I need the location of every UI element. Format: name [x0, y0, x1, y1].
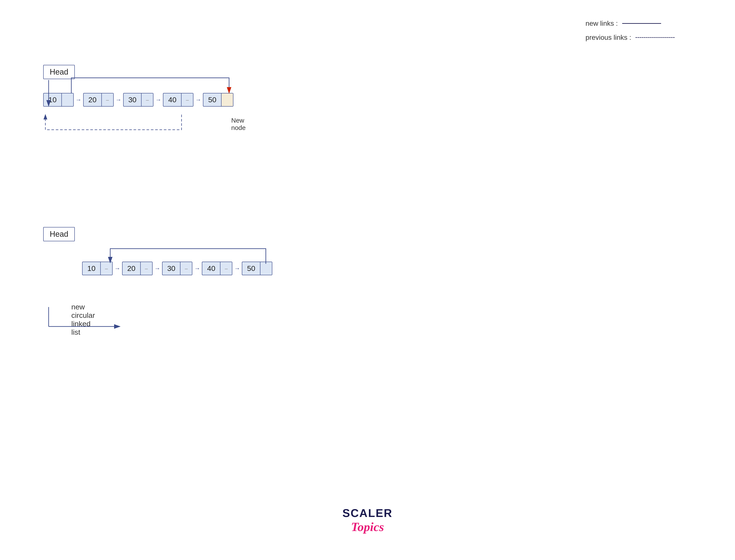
node-50-new: 50	[203, 93, 234, 107]
node-50-ptr	[221, 93, 233, 106]
node-20-ptr: –	[101, 93, 113, 106]
arrows-overlay	[0, 0, 735, 560]
node-30-value: 30	[124, 93, 141, 106]
d2-node-40-ptr: –	[220, 262, 232, 275]
d2-node-40: 40 –	[202, 262, 232, 275]
solid-line-icon	[622, 23, 661, 24]
d2-node-10: 10 –	[82, 262, 113, 275]
d2-node-20-value: 20	[123, 262, 140, 275]
legend: new links : previous links :	[585, 19, 674, 48]
d2-node-30-value: 30	[163, 262, 180, 275]
d2-node-30: 30 –	[162, 262, 193, 275]
d2-node-20: 20 –	[122, 262, 153, 275]
d2-node-10-ptr: –	[100, 262, 112, 275]
d2-node-50-ptr	[260, 262, 272, 275]
previous-links-label: previous links :	[585, 34, 631, 42]
new-links-legend: new links :	[585, 19, 674, 27]
circular-label: new circular linked list	[71, 303, 95, 336]
node-30-ptr: –	[141, 93, 153, 106]
d2-node-10-value: 10	[83, 262, 100, 275]
previous-links-legend: previous links :	[585, 34, 674, 42]
d2-arrow-2: →	[154, 265, 160, 272]
diagram2-head-box: Head	[43, 227, 75, 241]
d2-arrow-3: →	[194, 265, 200, 272]
node-50-value: 50	[203, 93, 221, 106]
node-20: 20 –	[83, 93, 114, 107]
d2-node-30-ptr: –	[180, 262, 192, 275]
node-40: 40 –	[163, 93, 194, 107]
diagram1-head-label: Head	[43, 65, 75, 79]
node-40-value: 40	[163, 93, 181, 106]
node-20-value: 20	[84, 93, 101, 106]
node-10-value: 10	[44, 93, 61, 106]
diagram1-nodes-row: 10 → 20 – → 30 – → 40 – → 50	[43, 93, 234, 107]
d2-arrow-4: →	[234, 265, 240, 272]
arrow-2: →	[115, 96, 122, 103]
diagram2-nodes-row: 10 – → 20 – → 30 – → 40 – → 50	[82, 262, 272, 275]
d2-node-40-value: 40	[202, 262, 220, 275]
node-10: 10	[43, 93, 74, 107]
d2-node-20-ptr: –	[140, 262, 152, 275]
arrow-3: →	[155, 96, 161, 103]
d2-node-50-value: 50	[242, 262, 260, 275]
node-30: 30 –	[123, 93, 154, 107]
node-10-ptr	[61, 93, 73, 106]
logo-scaler-text: SCALER	[343, 507, 393, 520]
dashed-line-icon	[636, 37, 674, 38]
scaler-logo: SCALER Topics	[343, 507, 393, 534]
new-links-label: new links :	[585, 19, 618, 27]
diagram2-head-label: Head	[43, 227, 75, 241]
arrow-1: →	[75, 96, 82, 103]
d2-arrow-1: →	[114, 265, 120, 272]
new-node-label: New node	[231, 117, 246, 131]
d2-node-50: 50	[242, 262, 272, 275]
arrow-4: →	[195, 96, 201, 103]
diagram1-head-box: Head	[43, 65, 75, 79]
logo-topics-text: Topics	[343, 520, 393, 534]
node-40-ptr: –	[181, 93, 193, 106]
